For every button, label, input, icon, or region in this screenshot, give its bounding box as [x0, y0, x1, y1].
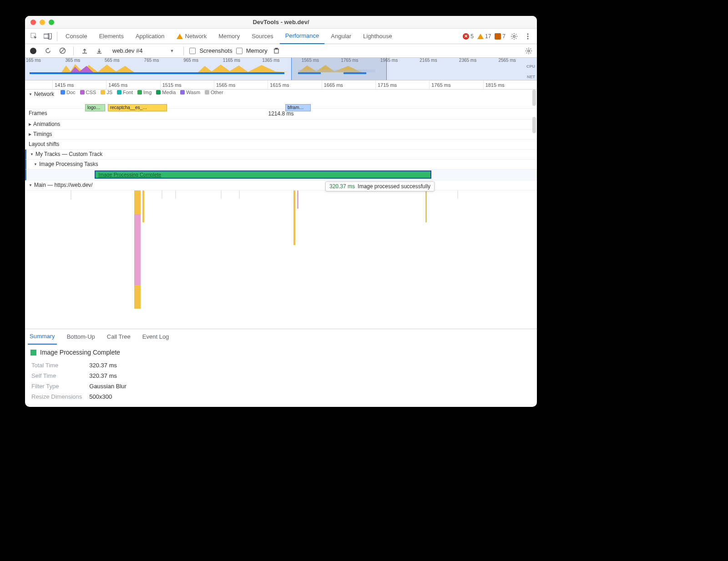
legend-swatch — [156, 90, 161, 95]
image-processing-bar[interactable]: Image Processing Complete — [95, 170, 431, 179]
ruler-tick: 1515 ms — [160, 80, 214, 89]
tick: 2565 ms — [497, 58, 537, 63]
download-icon[interactable] — [94, 45, 105, 56]
screenshots-checkbox[interactable] — [189, 48, 196, 54]
overview-timeline[interactable]: 165 ms 365 ms 565 ms 765 ms 965 ms 1165 … — [25, 58, 537, 80]
legend-label: Wasm — [186, 90, 200, 95]
profile-name: web.dev #4 — [112, 47, 143, 54]
summary-key: Resize Dimensions — [31, 392, 88, 401]
tab-application[interactable]: Application — [130, 29, 170, 44]
tab-calltree[interactable]: Call Tree — [105, 329, 132, 345]
warning-count[interactable]: 17 — [476, 33, 492, 40]
ruler-tick: 1565 ms — [214, 80, 268, 89]
custom-track-group[interactable]: ▼My Tracks — Custom Track — [25, 150, 537, 160]
legend-label: Img — [143, 90, 152, 95]
legend-swatch — [137, 90, 142, 95]
frames-track[interactable]: Frames 1214.8 ms — [25, 109, 537, 120]
overview-ticks: 165 ms 365 ms 565 ms 765 ms 965 ms 1165 … — [25, 58, 537, 63]
cpu-label: CPU — [526, 64, 535, 69]
tab-label: Performance — [285, 32, 319, 39]
disclosure-icon[interactable]: ▼ — [29, 183, 32, 187]
tab-performance[interactable]: Performance — [280, 29, 324, 44]
summary-value: 320.37 ms — [89, 371, 133, 381]
track-name: Layout shifts — [29, 141, 59, 147]
record-button[interactable] — [28, 45, 39, 56]
titlebar: DevTools - web.dev/ — [25, 16, 537, 29]
tick: 165 ms — [25, 58, 65, 63]
custom-task-row: Image Processing Complete — [25, 170, 537, 180]
legend-label: Font — [123, 90, 133, 95]
network-track[interactable]: ▼Network Doc CSS JS Font Img Media Wasm … — [25, 90, 537, 109]
disclosure-icon[interactable]: ▼ — [30, 152, 34, 156]
summary-panel: Image Processing Complete Total Time320.… — [25, 344, 537, 407]
more-icon[interactable] — [521, 30, 534, 43]
disclosure-icon[interactable]: ▼ — [29, 92, 32, 96]
summary-value: Gaussian Blur — [89, 381, 133, 391]
error-count[interactable]: ✕5 — [461, 33, 475, 40]
tab-angular[interactable]: Angular — [325, 29, 357, 44]
image-processing-track[interactable]: ▼Image Processing Tasks — [25, 160, 537, 170]
profile-select[interactable]: web.dev #4▼ — [108, 47, 178, 55]
legend-label: JS — [106, 90, 112, 95]
flag-icon — [495, 33, 501, 40]
panel-settings-icon[interactable] — [523, 45, 534, 56]
main-flame-chart[interactable] — [25, 190, 537, 329]
main-track[interactable]: ▼Main — https://web.dev/ 320.37 ms Image… — [25, 180, 537, 190]
issue-count[interactable]: 7 — [493, 33, 507, 40]
tick: 965 ms — [182, 58, 222, 63]
tab-console[interactable]: Console — [60, 29, 93, 44]
disclosure-icon[interactable]: ▼ — [34, 162, 37, 166]
network-legend: Doc CSS JS Font Img Media Wasm Other — [58, 90, 537, 95]
memory-checkbox[interactable] — [236, 48, 243, 54]
track-name: Image Processing Tasks — [39, 161, 98, 167]
legend-label: Other — [211, 90, 223, 95]
upload-icon[interactable] — [79, 45, 90, 56]
summary-key: Total Time — [31, 361, 88, 370]
tick: 365 ms — [65, 58, 104, 63]
animations-track[interactable]: ▶Animations — [25, 120, 537, 130]
ruler-tick: 1615 ms — [268, 80, 321, 89]
summary-table: Total Time320.37 ms Self Time320.37 ms F… — [30, 360, 134, 402]
inspect-icon[interactable] — [28, 30, 40, 43]
tooltip-text: Image processed successfully — [358, 183, 430, 190]
tab-bottomup[interactable]: Bottom-Up — [65, 329, 97, 345]
ruler-tick: 1715 ms — [375, 80, 429, 89]
clear-button[interactable] — [57, 45, 68, 56]
ruler-tick: 1465 ms — [106, 80, 160, 89]
ruler-tick: 1415 ms — [52, 80, 106, 89]
track-name: My Tracks — Custom Track — [35, 151, 102, 157]
tab-network[interactable]: Network — [171, 29, 212, 44]
disclosure-icon[interactable]: ▶ — [29, 122, 31, 126]
legend-label: Doc — [66, 90, 76, 95]
tab-label: Event Log — [142, 333, 169, 340]
layout-shifts-track[interactable]: Layout shifts — [25, 140, 537, 150]
tick: 1165 ms — [222, 58, 262, 63]
disclosure-icon[interactable]: ▶ — [29, 132, 31, 136]
settings-icon[interactable] — [508, 30, 521, 43]
legend-label: Media — [162, 90, 176, 95]
tab-eventlog[interactable]: Event Log — [141, 329, 171, 345]
svg-point-3 — [513, 35, 515, 37]
svg-point-6 — [527, 38, 529, 39]
tab-memory[interactable]: Memory — [213, 29, 245, 44]
hover-tooltip: 320.37 ms Image processed successfully — [325, 181, 435, 191]
device-toolbar-icon[interactable] — [41, 30, 54, 43]
ruler-tick: 1815 ms — [483, 80, 537, 89]
gc-icon[interactable] — [271, 45, 282, 56]
tab-summary[interactable]: Summary — [28, 329, 57, 345]
badge-value: 17 — [485, 33, 491, 40]
tab-sources[interactable]: Sources — [246, 29, 279, 44]
reload-record-button[interactable] — [42, 45, 53, 56]
overview-selection[interactable] — [291, 58, 387, 80]
timings-track[interactable]: ▶Timings — [25, 130, 537, 140]
svg-point-4 — [527, 33, 529, 35]
bar-label: Image Processing Complete — [98, 172, 161, 177]
tab-elements[interactable]: Elements — [94, 29, 129, 44]
color-swatch — [30, 350, 36, 356]
scrollbar[interactable] — [532, 117, 536, 133]
panel-tabbar: Console Elements Application Network Mem… — [25, 29, 537, 44]
activity-mountain — [198, 63, 293, 72]
svg-rect-9 — [274, 49, 278, 53]
tab-lighthouse[interactable]: Lighthouse — [358, 29, 398, 44]
scrollbar[interactable] — [532, 90, 536, 106]
